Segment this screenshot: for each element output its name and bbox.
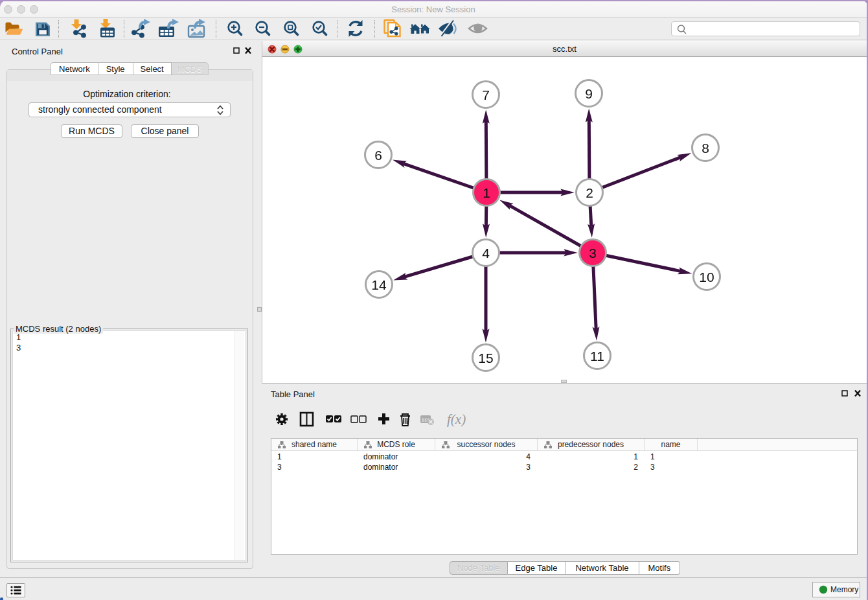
svg-text:2: 2: [586, 185, 593, 200]
svg-text:4: 4: [482, 246, 490, 260]
svg-text:6: 6: [374, 148, 382, 163]
svg-text:15: 15: [478, 351, 493, 365]
svg-text:7: 7: [482, 87, 490, 102]
svg-text:8: 8: [702, 141, 709, 156]
svg-text:14: 14: [371, 277, 387, 292]
svg-text:10: 10: [699, 270, 714, 284]
svg-text:f(x): f(x): [447, 411, 466, 427]
svg-text:3: 3: [589, 246, 597, 260]
svg-text:1: 1: [483, 185, 490, 200]
svg-text:9: 9: [585, 86, 593, 101]
svg-text:11: 11: [590, 349, 604, 363]
